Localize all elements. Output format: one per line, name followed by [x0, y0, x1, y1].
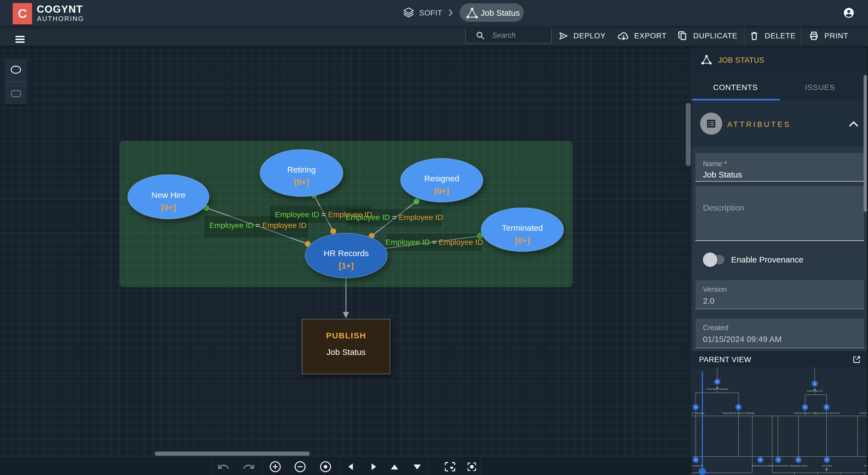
svg-text:Disciplinary Action: Disciplinary Action	[789, 465, 808, 467]
svg-text:ThreatType--Sabotage: ThreatType--Sabotage	[706, 388, 728, 390]
svg-text:Job Status: Job Status	[822, 465, 832, 467]
svg-text:Wage Garnishments: Wage Garnishments	[768, 465, 788, 467]
svg-text:Organizational Factors-UIT: Organizational Factors-UIT	[813, 412, 840, 414]
svg-text:listed Webmail: listed Webmail	[692, 465, 703, 467]
svg-text:Individual Factors--UIT: Individual Factors--UIT	[794, 412, 816, 414]
svg-text:Organizational Factors-Sabotag: Organizational Factors-Sabotage	[722, 412, 755, 414]
svg-text:lFactor--Sabotage: lFactor--Sabotage	[692, 412, 705, 414]
svg-text:ThreatType--UIT: ThreatType--UIT	[807, 390, 823, 392]
svg-text:Restraining Order: Restraining Order	[751, 465, 769, 467]
